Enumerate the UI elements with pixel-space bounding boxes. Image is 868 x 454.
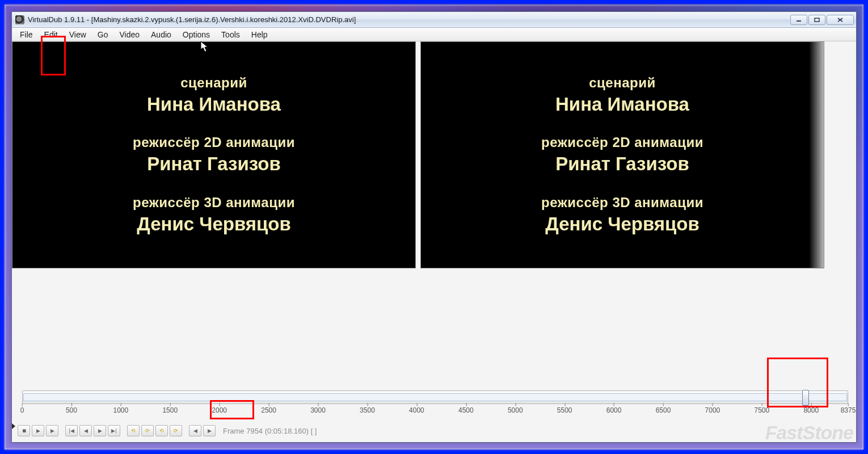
minimize-button[interactable] [790, 15, 807, 25]
mark-in-button[interactable]: ◀ [189, 425, 201, 436]
timeline-tick: 1000 [113, 406, 128, 414]
maximize-button[interactable] [808, 15, 825, 25]
window-title: VirtualDub 1.9.11 - [Mashiny.skazki.2.vy… [28, 15, 790, 24]
menu-edit[interactable]: Edit [39, 28, 64, 41]
next-frame-button[interactable]: ▶ [94, 425, 106, 436]
timeline-tick: 6000 [606, 406, 622, 414]
scene-prev-button[interactable]: ⟲ [155, 425, 168, 436]
credit-role: режиссёр 2D анимации [541, 134, 703, 151]
stop-button[interactable]: ⏹ [18, 425, 30, 436]
credit-role: режиссёр 3D анимации [541, 194, 703, 211]
menu-options[interactable]: Options [177, 28, 216, 41]
credit-block: сценарий Нина Иманова [147, 74, 281, 116]
menu-video[interactable]: Video [113, 28, 145, 41]
frame-status: Frame 7954 (0:05:18.160) [ ] [220, 426, 320, 436]
titlebar[interactable]: VirtualDub 1.9.11 - [Mashiny.skazki.2.vy… [12, 12, 856, 28]
maximize-icon [814, 18, 820, 22]
pane-divider[interactable] [416, 41, 420, 270]
credit-block: режиссёр 2D анимации Ринат Газизов [133, 134, 295, 175]
spacer [12, 270, 856, 390]
menu-view[interactable]: View [64, 28, 92, 41]
play-output-button[interactable]: ▶ [46, 425, 58, 436]
timeline-tick: 5000 [508, 406, 523, 414]
menu-tools[interactable]: Tools [216, 28, 246, 41]
output-credits: сценарий Нина Иманова режиссёр 2D анимац… [421, 42, 824, 268]
timeline-track[interactable] [22, 390, 848, 404]
menu-file[interactable]: File [14, 28, 39, 41]
timeline-start-arrow [12, 423, 15, 429]
svg-rect-1 [815, 18, 819, 22]
timeline-tick: 8375 [841, 406, 856, 414]
play-input-button[interactable]: ▶ [32, 425, 44, 436]
close-icon [837, 18, 843, 22]
mark-out-button[interactable]: ▶ [203, 425, 216, 436]
menu-audio[interactable]: Audio [145, 28, 177, 41]
credit-block: сценарий Нина Иманова [555, 74, 689, 116]
credit-role: сценарий [147, 74, 281, 91]
credit-block: режиссёр 3D анимации Денис Червяцов [133, 194, 295, 236]
close-button[interactable] [827, 15, 854, 25]
timeline-tick: 500 [66, 406, 77, 414]
timeline-tick: 2500 [261, 406, 276, 414]
timeline-tick: 4000 [409, 406, 424, 414]
timeline-tick: 6500 [656, 406, 671, 414]
credit-name: Ринат Газизов [133, 152, 295, 175]
timeline-tick: 3500 [360, 406, 375, 414]
timeline-tick: 7000 [705, 406, 720, 414]
app-icon [15, 15, 24, 24]
credit-role: режиссёр 2D анимации [133, 134, 295, 151]
timeline-tick: 4500 [458, 406, 474, 414]
credit-name: Нина Иманова [147, 93, 281, 116]
menubar: File Edit View Go Video Audio Options To… [12, 28, 856, 41]
key-next-button[interactable]: ⟳ [141, 425, 154, 436]
key-prev-button[interactable]: ⟲ [127, 425, 140, 436]
timeline-ticks: 0500100015002000250030003500400045005000… [22, 406, 848, 423]
video-area: сценарий Нина Иманова режиссёр 2D анимац… [12, 41, 856, 270]
credit-role: сценарий [555, 74, 689, 91]
go-start-button[interactable]: |◀ [65, 425, 78, 436]
credit-block: режиссёр 3D анимации Денис Червяцов [541, 194, 703, 236]
credit-name: Ринат Газизов [541, 152, 703, 175]
credit-block: режиссёр 2D анимации Ринат Газизов [541, 134, 703, 175]
timeline-tick: 7500 [755, 406, 770, 414]
credit-name: Денис Червяцов [541, 212, 703, 236]
minimize-icon [796, 18, 802, 22]
timeline-tick: 5500 [557, 406, 572, 414]
virtualdub-window: VirtualDub 1.9.11 - [Mashiny.skazki.2.vy… [11, 11, 857, 443]
timeline-track-inner [23, 393, 847, 401]
transport-toolbar: ⏹ ▶ ▶ |◀ ◀ ▶ ▶| ⟲ ⟳ ⟲ ⟳ ◀ ▶ Frame 7954 (… [12, 423, 856, 442]
prev-frame-button[interactable]: ◀ [79, 425, 92, 436]
output-pane[interactable]: сценарий Нина Иманова режиссёр 2D анимац… [420, 41, 824, 268]
outer-border: VirtualDub 1.9.11 - [Mashiny.skazki.2.vy… [0, 0, 868, 454]
timeline-thumb[interactable] [802, 390, 809, 406]
timeline-zone: 0500100015002000250030003500400045005000… [12, 390, 856, 423]
svg-rect-0 [797, 20, 801, 22]
menu-go[interactable]: Go [92, 28, 114, 41]
timeline-tick: 2000 [212, 406, 227, 414]
timeline-tick: 8000 [803, 406, 819, 414]
input-pane[interactable]: сценарий Нина Иманова режиссёр 2D анимац… [12, 41, 416, 268]
timeline-tick: 1500 [162, 406, 178, 414]
timeline-tick: 3000 [310, 406, 326, 414]
credit-name: Нина Иманова [555, 93, 689, 116]
input-credits: сценарий Нина Иманова режиссёр 2D анимац… [12, 42, 415, 268]
timeline-tick: 0 [20, 406, 24, 414]
menu-help[interactable]: Help [246, 28, 273, 41]
scene-next-button[interactable]: ⟳ [170, 425, 182, 436]
watermark: FastStone [765, 422, 853, 444]
credit-name: Денис Червяцов [133, 212, 295, 236]
credit-role: режиссёр 3D анимации [133, 194, 295, 211]
go-end-button[interactable]: ▶| [108, 425, 120, 436]
window-controls [790, 15, 854, 25]
